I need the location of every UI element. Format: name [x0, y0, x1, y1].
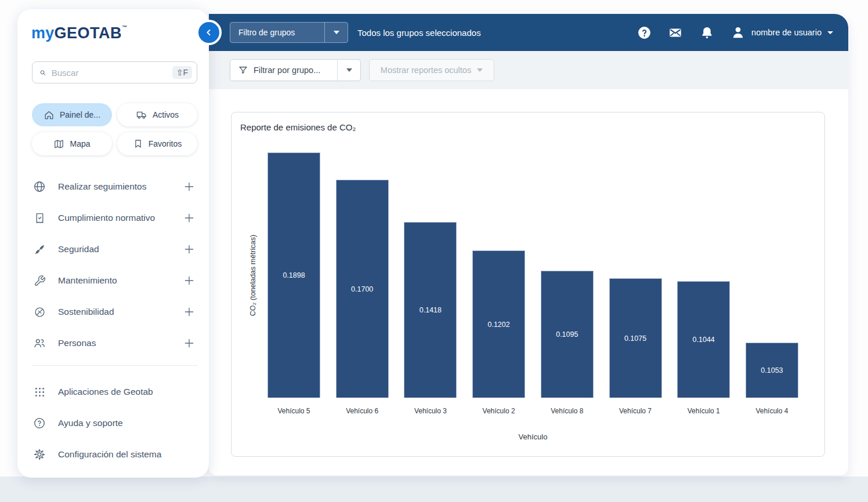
- chevron-down-icon: [827, 31, 833, 34]
- sidebar-item-mantenimiento[interactable]: Mantenimiento: [17, 265, 209, 296]
- wrench-icon: [32, 274, 46, 288]
- page-background-strip: [0, 476, 868, 502]
- map-icon: [53, 139, 64, 150]
- sidebar-item-ayuda-y-soporte[interactable]: Ayuda y soporte: [17, 408, 209, 439]
- help-circle-icon: [32, 416, 46, 430]
- truck-icon: [136, 109, 147, 121]
- search-input[interactable]: [52, 68, 167, 78]
- bar-value-label: 0.1898: [283, 271, 305, 279]
- mygeotab-app: Filtro de grupos Todos los grupos selecc…: [0, 0, 868, 502]
- sidebar-item-label: Cumplimiento normativo: [58, 213, 182, 223]
- sidebar-item-label: Configuración del sistema: [58, 449, 196, 460]
- pill-label: Favoritos: [149, 139, 182, 148]
- bar-value-label: 0.1700: [351, 285, 373, 293]
- quick-access-pills: Painel de... Activos Mapa Favoritos: [32, 103, 197, 155]
- pill-label: Activos: [153, 110, 179, 119]
- user-menu[interactable]: nombre de usuario: [730, 25, 833, 40]
- sidebar-menu: Realizar seguimientos Cumplimiento norma…: [17, 171, 209, 359]
- add-button[interactable]: [182, 274, 196, 288]
- sidebar-item-sostenibilidad[interactable]: Sostenibilidad: [17, 296, 209, 328]
- bar-vehículo-4[interactable]: 0.1053: [746, 343, 798, 398]
- bar-vehículo-5[interactable]: 0.1898: [267, 152, 320, 398]
- bar-vehículo-2[interactable]: 0.1202: [472, 250, 525, 398]
- sidebar-divider: [32, 365, 197, 366]
- add-button[interactable]: [182, 305, 196, 319]
- x-tick-label: Vehículo 1: [677, 407, 730, 415]
- bar-vehículo-7[interactable]: 0.1075: [609, 278, 662, 398]
- pill-label: Painel de...: [60, 110, 100, 119]
- sidebar-footer-menu: Aplicaciones de Geotab Ayuda y soporte C…: [17, 376, 209, 470]
- groups-selected-text: Todos los grupos seleccionados: [357, 28, 481, 38]
- show-hidden-reports-button[interactable]: Mostrar reportes ocultos: [369, 59, 494, 81]
- sidebar-item-seguridad[interactable]: Seguridad: [17, 234, 209, 265]
- chevron-down-icon: [477, 68, 483, 72]
- people-icon: [32, 336, 46, 350]
- keyboard-shortcut-badge: ⇧F: [172, 66, 192, 79]
- chart-title: Reporte de emisiones de CO₂: [240, 122, 356, 132]
- home-icon: [44, 110, 55, 121]
- sidebar-item-personas[interactable]: Personas: [17, 328, 209, 359]
- user-name-label: nombre de usuario: [751, 28, 822, 37]
- filter-by-group-button[interactable]: Filtrar por grupo...: [230, 59, 361, 81]
- pill-assets[interactable]: Activos: [117, 103, 197, 126]
- sidebar-item-label: Personas: [58, 338, 182, 348]
- filter-by-group-label-wrap: Filtrar por grupo...: [230, 60, 337, 81]
- bar-value-label: 0.1418: [419, 306, 442, 314]
- pill-favorites[interactable]: Favoritos: [117, 132, 197, 155]
- x-tick-label: Vehículo 6: [336, 407, 389, 415]
- sidebar-item-aplicaciones-de-geotab[interactable]: Aplicaciones de Geotab: [17, 376, 209, 408]
- help-icon[interactable]: [636, 25, 652, 40]
- show-hidden-reports-label: Mostrar reportes ocultos: [381, 66, 471, 75]
- gear-icon: [32, 448, 46, 461]
- user-avatar-icon: [730, 25, 746, 40]
- bar-vehículo-3[interactable]: 0.1418: [404, 222, 457, 398]
- x-tick-label: Vehículo 4: [746, 407, 798, 415]
- bar-vehículo-6[interactable]: 0.1700: [336, 180, 389, 398]
- filter-by-group-caret[interactable]: [337, 60, 360, 81]
- report-toolbar: Filtrar por grupo... Mostrar reportes oc…: [209, 51, 848, 89]
- bar-vehículo-1[interactable]: 0.1044: [677, 281, 730, 398]
- sidebar-collapse-button[interactable]: [196, 20, 222, 45]
- y-axis-label: CO₂ (toneladas métricas): [247, 152, 259, 398]
- group-filter-caret[interactable]: [324, 23, 348, 42]
- sidebar-item-label: Ayuda y soporte: [58, 418, 196, 428]
- bar-value-label: 0.1053: [761, 366, 783, 374]
- sidebar-item-label: Sostenibilidad: [58, 307, 182, 317]
- mail-icon[interactable]: [668, 25, 683, 40]
- add-button[interactable]: [182, 180, 196, 194]
- apps-grid-icon: [32, 385, 46, 399]
- x-tick-label: Vehículo 3: [404, 407, 457, 415]
- sidebar-item-configuracion-del-sistema[interactable]: Configuración del sistema: [17, 439, 209, 470]
- add-button[interactable]: [182, 336, 196, 350]
- mygeotab-logo: myGEOTAB™: [31, 24, 127, 42]
- filter-by-group-label: Filtrar por grupo...: [254, 66, 320, 75]
- x-tick-label: Vehículo 8: [541, 407, 594, 415]
- sidebar: myGEOTAB™ ⇧F Painel de... Activos Mapa F…: [17, 9, 209, 478]
- bar-value-label: 0.1202: [487, 321, 509, 329]
- bookmark-icon: [133, 139, 143, 149]
- sidebar-item-label: Seguridad: [58, 244, 182, 254]
- sidebar-item-realizar-seguimientos[interactable]: Realizar seguimientos: [17, 171, 209, 202]
- pill-label: Mapa: [70, 139, 90, 148]
- pill-map[interactable]: Mapa: [32, 132, 112, 155]
- chevron-down-icon: [334, 31, 339, 34]
- seatbelt-icon: [32, 242, 46, 256]
- pill-dashboard[interactable]: Painel de...: [32, 103, 112, 126]
- add-button[interactable]: [182, 211, 196, 225]
- sidebar-item-label: Aplicaciones de Geotab: [58, 387, 196, 397]
- compliance-document-icon: [32, 211, 46, 225]
- sidebar-item-cumplimiento-normativo[interactable]: Cumplimiento normativo: [17, 202, 209, 234]
- leaf-icon: [32, 305, 46, 319]
- group-filter-label: Filtro de grupos: [230, 23, 324, 42]
- x-tick-label: Vehículo 5: [267, 407, 320, 415]
- bar-plot: 0.18980.17000.14180.12020.10950.10750.10…: [267, 152, 798, 398]
- chevron-down-icon: [346, 68, 352, 72]
- chart-card: Reporte de emisiones de CO₂ CO₂ (tonelad…: [231, 112, 825, 457]
- notifications-bell-icon[interactable]: [699, 25, 714, 40]
- bar-vehículo-8[interactable]: 0.1095: [541, 271, 594, 398]
- logo-trademark: ™: [122, 24, 127, 30]
- chevron-left-icon: [204, 27, 214, 38]
- sidebar-item-label: Mantenimiento: [58, 275, 182, 286]
- group-filter-button[interactable]: Filtro de grupos: [230, 22, 348, 43]
- add-button[interactable]: [182, 242, 196, 256]
